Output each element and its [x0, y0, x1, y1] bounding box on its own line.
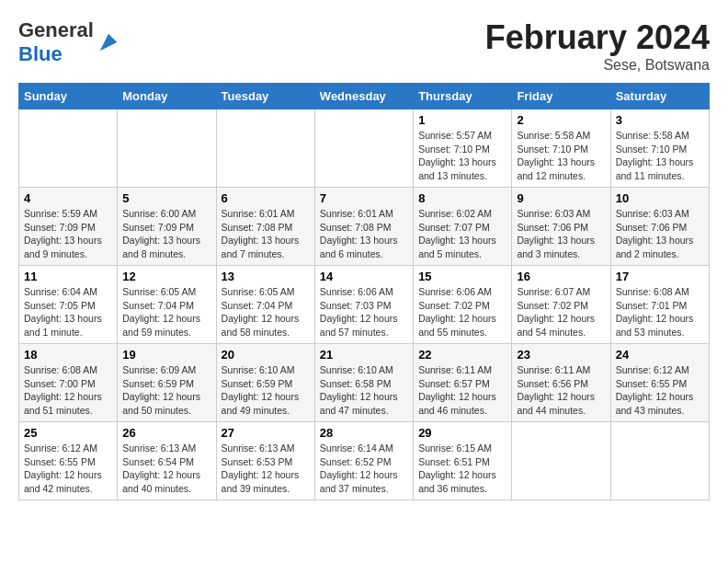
calendar-cell: 18Sunrise: 6:08 AM Sunset: 7:00 PM Dayli…: [19, 344, 118, 422]
calendar-cell: 28Sunrise: 6:14 AM Sunset: 6:52 PM Dayli…: [314, 422, 413, 500]
day-info: Sunrise: 6:10 AM Sunset: 6:58 PM Dayligh…: [320, 363, 408, 418]
day-info: Sunrise: 6:00 AM Sunset: 7:09 PM Dayligh…: [122, 207, 210, 261]
day-info: Sunrise: 6:06 AM Sunset: 7:02 PM Dayligh…: [418, 285, 506, 339]
calendar-cell: 7Sunrise: 6:01 AM Sunset: 7:08 PM Daylig…: [314, 188, 413, 266]
calendar-cell: 1Sunrise: 5:57 AM Sunset: 7:10 PM Daylig…: [414, 109, 512, 188]
day-info: Sunrise: 6:07 AM Sunset: 7:02 PM Dayligh…: [517, 285, 605, 339]
day-number: 3: [616, 113, 704, 127]
logo-blue: Blue: [18, 42, 63, 65]
calendar-cell: 3Sunrise: 5:58 AM Sunset: 7:10 PM Daylig…: [610, 109, 709, 188]
month-year: February 2024: [485, 18, 710, 57]
page-header: General Blue February 2024 Sese, Botswan…: [18, 18, 710, 74]
calendar-cell: 26Sunrise: 6:13 AM Sunset: 6:54 PM Dayli…: [118, 422, 216, 500]
day-number: 21: [320, 348, 408, 362]
day-info: Sunrise: 6:02 AM Sunset: 7:07 PM Dayligh…: [418, 207, 506, 261]
day-info: Sunrise: 5:58 AM Sunset: 7:10 PM Dayligh…: [616, 129, 704, 183]
day-number: 27: [222, 426, 310, 440]
calendar-cell: [610, 422, 709, 500]
logo-icon: [96, 29, 121, 55]
calendar-cell: [118, 109, 216, 188]
day-info: Sunrise: 5:59 AM Sunset: 7:09 PM Dayligh…: [24, 207, 112, 261]
day-info: Sunrise: 5:58 AM Sunset: 7:10 PM Dayligh…: [517, 129, 605, 183]
day-info: Sunrise: 6:12 AM Sunset: 6:55 PM Dayligh…: [24, 442, 112, 496]
day-number: 17: [616, 270, 704, 283]
calendar-cell: [19, 109, 118, 188]
day-info: Sunrise: 6:10 AM Sunset: 6:59 PM Dayligh…: [222, 363, 310, 418]
calendar-cell: [512, 422, 610, 500]
calendar-cell: 6Sunrise: 6:01 AM Sunset: 7:08 PM Daylig…: [216, 188, 314, 266]
calendar-cell: 2Sunrise: 5:58 AM Sunset: 7:10 PM Daylig…: [512, 109, 610, 188]
calendar-cell: 16Sunrise: 6:07 AM Sunset: 7:02 PM Dayli…: [512, 266, 610, 344]
day-number: 5: [122, 191, 210, 205]
calendar-cell: 14Sunrise: 6:06 AM Sunset: 7:03 PM Dayli…: [314, 266, 413, 344]
day-info: Sunrise: 6:11 AM Sunset: 6:56 PM Dayligh…: [517, 363, 605, 418]
calendar-cell: 5Sunrise: 6:00 AM Sunset: 7:09 PM Daylig…: [118, 188, 216, 266]
calendar-cell: 13Sunrise: 6:05 AM Sunset: 7:04 PM Dayli…: [216, 266, 314, 344]
day-number: 20: [222, 348, 310, 362]
weekday-header-monday: Monday: [118, 84, 216, 109]
calendar-cell: 29Sunrise: 6:15 AM Sunset: 6:51 PM Dayli…: [414, 422, 512, 500]
day-number: 18: [24, 348, 112, 362]
weekday-header-thursday: Thursday: [414, 84, 512, 109]
weekday-header-tuesday: Tuesday: [216, 84, 314, 109]
day-number: 6: [222, 191, 310, 205]
day-info: Sunrise: 6:08 AM Sunset: 7:00 PM Dayligh…: [24, 363, 112, 418]
day-info: Sunrise: 6:06 AM Sunset: 7:03 PM Dayligh…: [320, 285, 408, 339]
day-info: Sunrise: 6:05 AM Sunset: 7:04 PM Dayligh…: [122, 285, 210, 339]
weekday-header-wednesday: Wednesday: [314, 84, 413, 109]
calendar-cell: 19Sunrise: 6:09 AM Sunset: 6:59 PM Dayli…: [118, 344, 216, 422]
day-number: 9: [517, 191, 605, 205]
calendar-cell: 12Sunrise: 6:05 AM Sunset: 7:04 PM Dayli…: [118, 266, 216, 344]
day-number: 29: [418, 426, 506, 440]
calendar-table: SundayMondayTuesdayWednesdayThursdayFrid…: [18, 83, 710, 500]
day-number: 26: [122, 426, 210, 440]
day-info: Sunrise: 6:08 AM Sunset: 7:01 PM Dayligh…: [616, 285, 704, 339]
day-number: 10: [616, 191, 704, 205]
day-number: 14: [320, 270, 408, 283]
calendar-cell: 8Sunrise: 6:02 AM Sunset: 7:07 PM Daylig…: [414, 188, 512, 266]
day-number: 4: [24, 191, 112, 205]
day-info: Sunrise: 6:03 AM Sunset: 7:06 PM Dayligh…: [616, 207, 704, 261]
day-info: Sunrise: 6:13 AM Sunset: 6:53 PM Dayligh…: [222, 442, 310, 496]
day-number: 8: [418, 191, 506, 205]
day-info: Sunrise: 6:12 AM Sunset: 6:55 PM Dayligh…: [616, 363, 704, 418]
day-info: Sunrise: 6:11 AM Sunset: 6:57 PM Dayligh…: [418, 363, 506, 418]
day-info: Sunrise: 6:04 AM Sunset: 7:05 PM Dayligh…: [24, 285, 112, 339]
day-number: 2: [517, 113, 605, 127]
calendar-cell: 11Sunrise: 6:04 AM Sunset: 7:05 PM Dayli…: [19, 266, 118, 344]
day-number: 12: [122, 270, 210, 283]
calendar-cell: 20Sunrise: 6:10 AM Sunset: 6:59 PM Dayli…: [216, 344, 314, 422]
day-info: Sunrise: 6:14 AM Sunset: 6:52 PM Dayligh…: [320, 442, 408, 496]
calendar-cell: 22Sunrise: 6:11 AM Sunset: 6:57 PM Dayli…: [414, 344, 512, 422]
calendar-cell: 23Sunrise: 6:11 AM Sunset: 6:56 PM Dayli…: [512, 344, 610, 422]
day-info: Sunrise: 5:57 AM Sunset: 7:10 PM Dayligh…: [418, 129, 506, 183]
calendar-cell: 27Sunrise: 6:13 AM Sunset: 6:53 PM Dayli…: [216, 422, 314, 500]
day-info: Sunrise: 6:15 AM Sunset: 6:51 PM Dayligh…: [418, 442, 506, 496]
day-number: 22: [418, 348, 506, 362]
day-number: 1: [418, 113, 506, 127]
day-info: Sunrise: 6:01 AM Sunset: 7:08 PM Dayligh…: [222, 207, 310, 261]
title-block: February 2024 Sese, Botswana: [485, 18, 710, 74]
logo: General Blue: [18, 18, 121, 67]
day-number: 25: [24, 426, 112, 440]
day-number: 11: [24, 270, 112, 283]
day-number: 19: [122, 348, 210, 362]
calendar-cell: 4Sunrise: 5:59 AM Sunset: 7:09 PM Daylig…: [19, 188, 118, 266]
calendar-cell: 25Sunrise: 6:12 AM Sunset: 6:55 PM Dayli…: [19, 422, 118, 500]
logo-general: General: [18, 18, 94, 41]
day-number: 13: [222, 270, 310, 283]
location: Sese, Botswana: [485, 57, 710, 74]
day-number: 16: [517, 270, 605, 283]
calendar-cell: 15Sunrise: 6:06 AM Sunset: 7:02 PM Dayli…: [414, 266, 512, 344]
day-number: 7: [320, 191, 408, 205]
calendar-cell: 9Sunrise: 6:03 AM Sunset: 7:06 PM Daylig…: [512, 188, 610, 266]
calendar-cell: [216, 109, 314, 188]
day-number: 28: [320, 426, 408, 440]
calendar-cell: 17Sunrise: 6:08 AM Sunset: 7:01 PM Dayli…: [610, 266, 709, 344]
day-info: Sunrise: 6:03 AM Sunset: 7:06 PM Dayligh…: [517, 207, 605, 261]
calendar-cell: 21Sunrise: 6:10 AM Sunset: 6:58 PM Dayli…: [314, 344, 413, 422]
day-info: Sunrise: 6:05 AM Sunset: 7:04 PM Dayligh…: [222, 285, 310, 339]
weekday-header-friday: Friday: [512, 84, 610, 109]
calendar-cell: 10Sunrise: 6:03 AM Sunset: 7:06 PM Dayli…: [610, 188, 709, 266]
weekday-header-saturday: Saturday: [610, 84, 709, 109]
